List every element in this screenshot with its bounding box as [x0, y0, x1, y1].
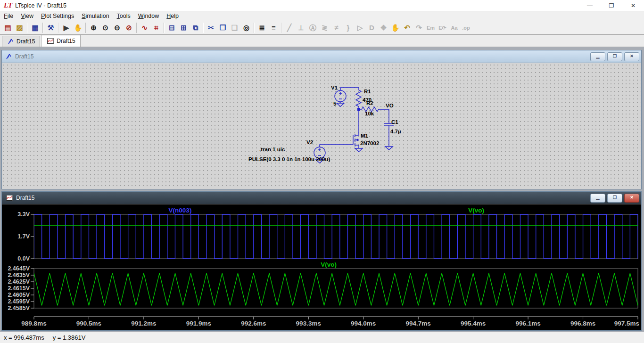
pane2-ytick-label: 2.4625V [8, 278, 30, 285]
copy-icon[interactable]: ❐ [217, 22, 229, 34]
toolbar-separator [85, 23, 86, 33]
close-icon[interactable]: ✕ [622, 0, 644, 11]
run-icon[interactable]: ▶ [60, 22, 72, 34]
toolbar-separator [164, 23, 165, 33]
drag-icon: ✋ [389, 22, 401, 34]
mosfet-arrow [355, 139, 358, 141]
status-bar: x = 996.487ms y = 1.3861V [0, 332, 644, 343]
component-label-c1[interactable]: C1 [391, 119, 398, 125]
waveform-window-titlebar[interactable]: Draft15 ▁ ❐ ✕ [2, 192, 641, 204]
zoom-back-icon[interactable]: ⊙ [99, 22, 111, 34]
tab-bar: Draft15 Draft15 [0, 35, 644, 47]
tab-label: Draft15 [57, 38, 75, 44]
waveform-window-icon [5, 195, 13, 201]
redo-icon: ↷ [413, 22, 425, 34]
find-icon[interactable]: ◎ [240, 22, 252, 34]
tile-horizontally-icon[interactable]: ⊟ [166, 22, 178, 34]
toolbar-separator [27, 23, 28, 33]
menu-plot-settings[interactable]: Plot Settings [37, 11, 78, 21]
pane2-ytick-label: 2.4635V [8, 272, 30, 278]
mirror-icon: Em [425, 22, 437, 34]
place-text-icon: Aa [448, 22, 460, 34]
waveform-plot-area[interactable]: 3.3V1.7V0.0V2.4645V2.4635V2.4625V2.4615V… [2, 204, 641, 330]
trace-label-vn003[interactable]: V(n003) [169, 207, 192, 214]
component-label-m1[interactable]: M1 [361, 133, 369, 139]
time-axis-label: 989.8ms [21, 320, 46, 327]
cascade-windows-icon[interactable]: ⧉ [190, 22, 201, 34]
tile-vertically-icon[interactable]: ⊞ [178, 22, 190, 34]
halt-icon: ✋ [72, 22, 84, 34]
component-label-r2[interactable]: R2 [366, 100, 373, 106]
component-value-v2-pulse[interactable]: PULSE(0 3.3 0 1n 1n 100u 200u) [248, 156, 330, 162]
schematic-window: Draft15 ▁ ❐ ✕ [1, 50, 642, 189]
menu-simulation[interactable]: Simulation [78, 11, 113, 21]
component-value-m1[interactable]: 2N7002 [360, 140, 379, 146]
pane2-ytick-label: 2.4585V [8, 305, 30, 311]
autorange-y-axis-icon[interactable]: ∿ [139, 22, 150, 34]
waveform-minimize-icon[interactable]: ▁ [590, 194, 605, 203]
menu-file[interactable]: File [0, 11, 17, 21]
place-component-icon: D [366, 22, 378, 34]
time-axis-label: 991.9ms [186, 320, 211, 327]
place-net-label-icon: Ⓐ [307, 22, 319, 34]
time-axis-label: 992.6ms [241, 320, 266, 327]
toolbar: ▤▨▦⚒▶✋⊕⊙⊖⊘∿⌗⊟⊞⧉✂❐❑◎≣≡╱⟂Ⓐ≷≠}▷D✥✋↶↷EmE⟳Aa.… [0, 21, 644, 35]
component-value-v1[interactable]: 5 [333, 101, 337, 106]
trace-label-vvo-pane2[interactable]: V(vo) [321, 261, 337, 268]
waveform-window: Draft15 ▁ ❐ ✕ 3.3V1.7V0.0V2.4645V2.4635V… [1, 191, 642, 331]
draw-wire-icon: ╱ [283, 22, 295, 34]
zoom-full-extents-icon[interactable]: ⊘ [123, 22, 135, 34]
cut-icon[interactable]: ✂ [205, 22, 217, 34]
pane1-ytick-label: 0.0V [17, 255, 30, 262]
waveform-plot: 3.3V1.7V0.0V2.4645V2.4635V2.4625V2.4615V… [2, 204, 639, 331]
print-preview-icon[interactable]: ≡ [268, 22, 280, 34]
schematic-minimize-icon[interactable]: ▁ [590, 52, 605, 61]
main-titlebar: LT LTspice IV - Draft15 — ❐ ✕ [0, 0, 644, 11]
new-schematic-icon[interactable]: ▤ [2, 22, 14, 34]
zoom-out-icon[interactable]: ⊖ [111, 22, 123, 34]
component-value-c1[interactable]: 4.7µ [390, 129, 401, 134]
schematic-canvas[interactable]: V1 5 R1 470 R2 10k VO C1 4.7µ M1 2N7002 … [2, 63, 641, 189]
time-axis-label: 995.4ms [461, 320, 486, 327]
undo-icon[interactable]: ↶ [401, 22, 413, 34]
component-label-r1[interactable]: R1 [364, 89, 371, 94]
time-axis-label: 994.0ms [351, 320, 376, 327]
schematic-window-titlebar[interactable]: Draft15 ▁ ❐ ✕ [2, 50, 641, 63]
menu-view[interactable]: View [17, 11, 37, 21]
waveform-window-title: Draft15 [16, 195, 34, 201]
schematic-tab-icon [7, 38, 14, 45]
tab-schematic-draft15[interactable]: Draft15 [2, 36, 40, 47]
wire-junction-node [357, 108, 360, 111]
plot-settings-icon[interactable]: ⌗ [150, 22, 162, 34]
waveform-restore-icon[interactable]: ❐ [607, 194, 622, 203]
trace-label-vvo-pane1[interactable]: V(vo) [468, 207, 484, 214]
net-label-vo[interactable]: VO [386, 103, 394, 108]
place-inductor-icon: } [342, 22, 354, 34]
menu-window[interactable]: Window [134, 11, 163, 21]
place-diode-icon: ▷ [354, 22, 366, 34]
trace-vn003-square-wave [34, 214, 638, 259]
toolbar-separator [254, 23, 255, 33]
component-label-v1[interactable]: V1 [331, 85, 338, 90]
menu-help[interactable]: Help [163, 11, 182, 21]
spice-directive-text[interactable]: .tran 1 uic [259, 147, 285, 152]
component-value-r2[interactable]: 10k [365, 111, 374, 116]
time-axis-label: 996.1ms [515, 320, 540, 327]
restore-icon[interactable]: ❐ [601, 0, 622, 11]
time-axis-label: 993.3ms [296, 320, 321, 327]
pane2-ytick-label: 2.4595V [8, 298, 30, 305]
menu-tools[interactable]: Tools [113, 11, 134, 21]
control-panel-icon[interactable]: ⚒ [45, 22, 57, 34]
zoom-in-icon[interactable]: ⊕ [88, 22, 99, 34]
minimize-icon[interactable]: — [579, 0, 601, 11]
schematic-restore-icon[interactable]: ❐ [607, 52, 622, 61]
save-icon[interactable]: ▦ [29, 22, 41, 34]
tab-waveform-draft15[interactable]: Draft15 [41, 35, 80, 47]
window-title: LTspice IV - Draft15 [15, 2, 66, 9]
schematic-close-icon[interactable]: ✕ [624, 52, 639, 61]
open-icon[interactable]: ▨ [14, 22, 25, 34]
print-icon[interactable]: ≣ [256, 22, 268, 34]
component-label-v2[interactable]: V2 [306, 139, 313, 145]
waveform-close-icon[interactable]: ✕ [624, 194, 639, 203]
menu-bar: FileViewPlot SettingsSimulationToolsWind… [0, 11, 644, 21]
